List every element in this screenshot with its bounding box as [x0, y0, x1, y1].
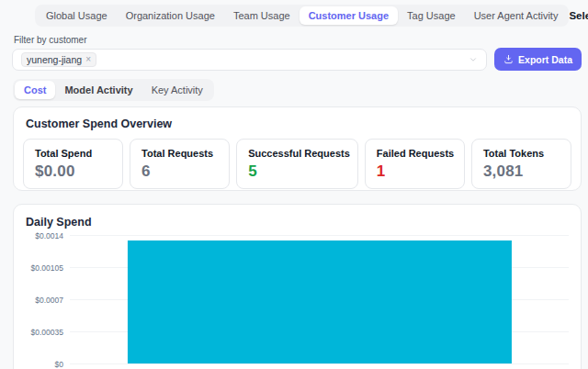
tab-global-usage[interactable]: Global Usage: [37, 6, 117, 25]
view-tabs: Cost Model Activity Key Activity: [13, 79, 214, 101]
plot-area: $0.0014 $0.00105 $0.0007 $0.00035 $0 202…: [70, 235, 569, 363]
export-data-label: Export Data: [518, 54, 572, 65]
stat-value: 5: [248, 162, 350, 181]
overview-title: Customer Spend Overview: [26, 117, 571, 130]
time-range-label: Select Time Range: [569, 10, 588, 21]
customer-filter-input[interactable]: yuneng-jiang ×: [12, 49, 487, 71]
y-tick: $0.00105: [31, 263, 63, 273]
tab-cost[interactable]: Cost: [15, 81, 55, 99]
stat-total-requests: Total Requests 6: [130, 139, 230, 189]
stat-value: 6: [141, 162, 221, 181]
stat-value: 1: [377, 162, 457, 181]
y-tick: $0: [55, 360, 63, 369]
y-tick: $0.00035: [31, 328, 63, 337]
filter-by-customer-label: Filter by customer: [14, 35, 588, 45]
daily-spend-bar[interactable]: [127, 240, 511, 363]
export-data-button[interactable]: Export Data: [494, 48, 582, 71]
tab-organization-usage[interactable]: Organization Usage: [117, 6, 224, 25]
daily-spend-chart: $0.0014 $0.00105 $0.0007 $0.00035 $0 202…: [26, 233, 569, 369]
chevron-down-icon: [469, 55, 478, 64]
stat-label: Failed Requests: [377, 148, 457, 159]
gridline: $0: [70, 363, 569, 364]
download-icon: [503, 54, 514, 64]
stat-value: $0.00: [35, 162, 115, 181]
y-tick: $0.0007: [35, 296, 63, 305]
stat-total-tokens: Total Tokens 3,081: [471, 139, 571, 189]
stat-label: Total Spend: [35, 148, 115, 159]
tab-tag-usage[interactable]: Tag Usage: [398, 6, 465, 25]
stat-label: Total Tokens: [483, 148, 563, 159]
customer-spend-overview-card: Customer Spend Overview Total Spend $0.0…: [13, 106, 582, 191]
filter-row: yuneng-jiang × Export Data: [12, 48, 582, 71]
stat-label: Successful Requests: [248, 148, 350, 159]
tab-user-agent-activity[interactable]: User Agent Activity: [465, 6, 568, 25]
tab-team-usage[interactable]: Team Usage: [224, 6, 300, 25]
customer-tag: yuneng-jiang ×: [21, 52, 96, 67]
tab-key-activity[interactable]: Key Activity: [142, 81, 212, 99]
top-bar: Global Usage Organization Usage Team Usa…: [0, 0, 588, 27]
stat-label: Total Requests: [141, 148, 221, 159]
usage-tabs: Global Usage Organization Usage Team Usa…: [35, 5, 569, 27]
tab-customer-usage[interactable]: Customer Usage: [300, 6, 398, 25]
customer-tag-label: yuneng-jiang: [27, 54, 82, 65]
tab-model-activity[interactable]: Model Activity: [55, 81, 141, 99]
stat-failed-requests: Failed Requests 1: [365, 139, 465, 189]
stat-value: 3,081: [483, 162, 563, 181]
y-tick: $0.0014: [35, 231, 63, 240]
stat-total-spend: Total Spend $0.00: [23, 139, 123, 189]
stats-grid: Total Spend $0.00 Total Requests 6 Succe…: [23, 139, 571, 189]
remove-tag-icon[interactable]: ×: [85, 55, 91, 64]
gridline: $0.0014: [70, 235, 569, 236]
daily-spend-card: Daily Spend $0.0014 $0.00105 $0.0007 $0.…: [13, 204, 582, 369]
stat-successful-requests: Successful Requests 5: [236, 139, 358, 189]
daily-spend-title: Daily Spend: [26, 216, 569, 229]
